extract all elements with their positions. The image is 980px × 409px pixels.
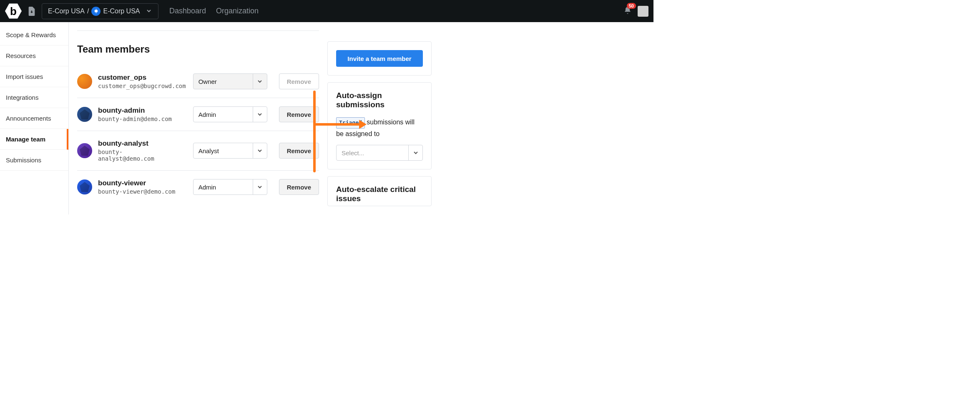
nav-dashboard[interactable]: Dashboard	[169, 7, 206, 15]
member-avatar	[77, 179, 92, 194]
notifications-button[interactable]: 50	[623, 6, 632, 16]
chevron-down-icon[interactable]	[253, 107, 267, 122]
member-name: bounty-viewer	[98, 179, 177, 187]
member-name: customer_ops	[98, 73, 177, 82]
sidebar-item-scope-rewards[interactable]: Scope & Rewards	[0, 25, 68, 45]
notification-count: 50	[627, 3, 636, 9]
breadcrumb-org: E-Corp USA	[48, 8, 85, 15]
card-title: Auto-escalate critical issues	[336, 185, 423, 203]
role-select[interactable]: Admin	[193, 179, 267, 195]
breadcrumb-program: E-Corp USA	[103, 8, 140, 15]
invite-team-member-button[interactable]: Invite a team member	[336, 50, 423, 67]
logo[interactable]: b	[5, 3, 22, 20]
svg-point-0	[95, 10, 98, 13]
breadcrumb-separator: /	[87, 8, 89, 15]
member-email: bounty-admin@demo.com	[98, 116, 177, 122]
member-email: bounty-viewer@demo.com	[98, 188, 177, 195]
assignee-select[interactable]: Select...	[336, 145, 423, 161]
chevron-down-icon[interactable]	[253, 143, 267, 158]
sidebar-item-resources[interactable]: Resources	[0, 45, 68, 66]
member-name: bounty-analyst	[98, 139, 177, 148]
sidebar-item-integrations[interactable]: Integrations	[0, 87, 68, 108]
role-label: Owner	[193, 78, 253, 85]
member-avatar	[77, 74, 92, 89]
role-select[interactable]: Owner	[193, 73, 267, 89]
chevron-down-icon[interactable]	[253, 179, 267, 194]
member-row: bounty-viewer bounty-viewer@demo.com Adm…	[77, 171, 319, 203]
member-name: bounty-admin	[98, 106, 177, 115]
role-label: Analyst	[193, 147, 253, 154]
member-row: customer_ops customer_ops@bugcrowd.com O…	[77, 65, 319, 98]
section-title: Team members	[77, 43, 319, 55]
chevron-down-icon[interactable]	[142, 8, 156, 15]
select-placeholder: Select...	[337, 149, 408, 157]
top-nav: Dashboard Organization	[169, 7, 259, 15]
sidebar-item-manage-team[interactable]: Manage team	[0, 129, 68, 150]
remove-button[interactable]: Remove	[279, 106, 319, 122]
member-avatar	[77, 143, 92, 158]
triaged-tag: Triaged	[336, 117, 365, 129]
member-row: bounty-analyst bounty-analyst@demo.com A…	[77, 131, 319, 171]
program-selector[interactable]: E-Corp USA / E-Corp USA	[42, 3, 158, 19]
chevron-down-icon[interactable]	[408, 145, 422, 160]
role-label: Admin	[193, 111, 253, 118]
sidebar-item-announcements[interactable]: Announcements	[0, 108, 68, 129]
role-select[interactable]: Admin	[193, 106, 267, 122]
remove-button[interactable]: Remove	[279, 73, 319, 89]
document-icon[interactable]	[27, 6, 37, 16]
member-avatar	[77, 107, 92, 122]
user-avatar[interactable]	[638, 6, 648, 17]
remove-button[interactable]: Remove	[279, 179, 319, 195]
role-select[interactable]: Analyst	[193, 143, 267, 159]
auto-assign-card: Auto-assign submissions Triaged submissi…	[327, 82, 432, 169]
member-email: bounty-analyst@demo.com	[98, 149, 177, 162]
auto-escalate-card: Auto-escalate critical issues	[327, 176, 432, 206]
remove-button[interactable]: Remove	[279, 143, 319, 159]
card-title: Auto-assign submissions	[336, 91, 423, 109]
invite-card: Invite a team member	[327, 41, 432, 76]
bug-icon	[91, 7, 101, 16]
nav-organization[interactable]: Organization	[216, 7, 259, 15]
role-label: Admin	[193, 184, 253, 191]
member-email: customer_ops@bugcrowd.com	[98, 83, 177, 89]
sidebar-item-import-issues[interactable]: Import issues	[0, 66, 68, 87]
auto-assign-description: Triaged submissions will be assigned to	[336, 117, 423, 139]
sidebar-item-submissions[interactable]: Submissions	[0, 150, 68, 171]
chevron-down-icon[interactable]	[253, 74, 267, 89]
member-row: bounty-admin bounty-admin@demo.com Admin…	[77, 98, 319, 131]
sidebar: Scope & Rewards Resources Import issues …	[0, 22, 69, 215]
top-header: b E-Corp USA / E-Corp USA Dashboard Orga…	[0, 0, 653, 22]
